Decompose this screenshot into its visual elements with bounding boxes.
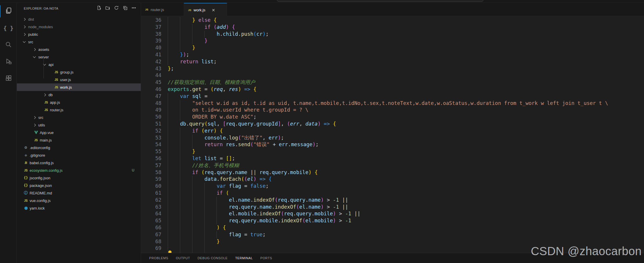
tree-item-app.js[interactable]: JSapp.js [17, 99, 141, 106]
tree-item-label: dist [28, 17, 34, 22]
code-line-36[interactable]: 36 } else { [141, 17, 644, 24]
line-number: 59 [141, 176, 161, 183]
code-line-50[interactable]: 50 ORDER BY w.date ASC"; [141, 114, 644, 121]
code-editor[interactable]: 36 } else {37 if (add) {38 h.child.push(… [141, 16, 644, 253]
tree-item-ecosystem.config.js[interactable]: JSecosystem.config.jsU [17, 167, 141, 174]
line-number: 49 [141, 107, 161, 114]
tree-item-babel.config.js[interactable]: Bbabel.config.js [17, 159, 141, 167]
code-line-52[interactable]: 52 if (err) { [141, 128, 644, 135]
code-line-62[interactable]: 62 el.name.indexOf(req.query.name) > -1 … [141, 197, 644, 204]
tree-item-label: public [28, 32, 38, 37]
gear-file-icon: ⚙ [23, 146, 28, 150]
line-number: 45 [141, 79, 161, 86]
code-line-66[interactable]: 66 ) { [141, 224, 644, 231]
code-line-53[interactable]: 53 console.log("出错了", err); [141, 135, 644, 142]
tree-item-label: main.js [40, 138, 52, 142]
code-line-44[interactable]: 44 [141, 72, 644, 79]
tree-item-group.js[interactable]: JSgroup.js [17, 68, 141, 76]
tree-item-server[interactable]: server [17, 53, 141, 61]
js-file-icon: JS [44, 101, 49, 104]
line-number: 52 [141, 128, 161, 135]
code-line-57[interactable]: 57 //姓名、手机号模糊 [141, 162, 644, 169]
code-line-54[interactable]: 54 return res.send("错误" + err.message); [141, 141, 644, 148]
sidebar-item-extensions[interactable] [0, 70, 17, 87]
code-line-55[interactable]: 55 } [141, 148, 644, 155]
code-line-59[interactable]: 59 data.forEach((el) => { [141, 176, 644, 183]
panel-tab-ports[interactable]: PORTS [260, 256, 272, 260]
sidebar-item-run-debug[interactable] [0, 53, 17, 70]
command-center-search[interactable] [277, 0, 484, 2]
code-line-56[interactable]: 56 let list = []; [141, 155, 644, 162]
code-line-61[interactable]: 61 if ( [141, 190, 644, 197]
tree-item-assets[interactable]: assets [17, 46, 141, 53]
code-line-46[interactable]: 46exports.get = (req, res) => { [141, 86, 644, 93]
line-number: 48 [141, 100, 161, 107]
code-line-67[interactable]: 67 flag = true; [141, 231, 644, 238]
code-line-41[interactable]: 41 }); [141, 51, 644, 58]
tree-item-user.js[interactable]: JSuser.js [17, 76, 141, 83]
code-line-43[interactable]: 43}; [141, 65, 644, 72]
code-line-63[interactable]: 63 req.query.name.indexOf(el.name) > -1 … [141, 204, 644, 211]
panel-tab-debug-console[interactable]: DEBUG CONSOLE [198, 256, 228, 260]
more-actions-icon[interactable] [131, 6, 136, 11]
chevron-right-icon [23, 18, 26, 21]
tab-work.js[interactable]: JSwork.js✕ [184, 3, 227, 17]
lightbulb-icon[interactable] [168, 251, 172, 253]
code-line-40[interactable]: 40 } [141, 44, 644, 51]
code-line-48[interactable]: 48 "select w.id as id, t.id as uid, t.na… [141, 100, 644, 107]
sidebar-item-snippets[interactable]: { } [0, 20, 17, 37]
tree-item-db[interactable]: db [17, 91, 141, 99]
code-text: let list = []; [168, 155, 235, 162]
new-file-icon[interactable] [97, 6, 101, 11]
tree-item-.gitignore[interactable]: ◈.gitignore [17, 151, 141, 159]
tree-item-README.md[interactable]: ⓘREADME.md [17, 189, 141, 197]
panel-tab-output[interactable]: OUTPUT [176, 256, 190, 260]
code-line-60[interactable]: 60 var flag = false; [141, 183, 644, 190]
tree-item-src[interactable]: src [17, 114, 141, 121]
panel-tab-problems[interactable]: PROBLEMS [149, 256, 168, 260]
panel-tab-terminal[interactable]: TERMINAL [235, 256, 253, 260]
chevron-right-icon [43, 93, 46, 96]
refresh-icon[interactable] [114, 6, 119, 11]
tree-item-work.js[interactable]: JSwork.js [17, 83, 141, 91]
code-line-39[interactable]: 39 } [141, 37, 644, 44]
tree-item-vue.config.js[interactable]: JSvue.config.js [17, 197, 141, 204]
tree-item-jsconfig.json[interactable]: {}jsconfig.json [17, 174, 141, 182]
tree-item-dist[interactable]: dist [17, 15, 141, 23]
tree-item-src[interactable]: src [17, 38, 141, 46]
new-folder-icon[interactable] [105, 6, 110, 11]
code-text: data.forEach((el) => { [168, 176, 272, 183]
code-line-68[interactable]: 68 } [141, 238, 644, 245]
line-number: 55 [141, 148, 161, 155]
line-number: 58 [141, 169, 161, 176]
run-debug-icon [5, 58, 12, 66]
code-line-42[interactable]: 42 return list; [141, 58, 644, 65]
code-line-64[interactable]: 64 el.mobile.indexOf(req.query.mobile) >… [141, 210, 644, 217]
tree-item-public[interactable]: public [17, 31, 141, 38]
tree-item-label: jsconfig.json [30, 176, 50, 180]
yarn-file-icon [23, 207, 28, 210]
code-line-51[interactable]: 51 db.query(sql, [req.query.groupId], (e… [141, 121, 644, 128]
code-line-45[interactable]: 45//获取指定班组、日期、模糊查询用户 [141, 79, 644, 86]
tree-item-App.vue[interactable]: App.vue [17, 129, 141, 136]
sidebar-item-search[interactable] [0, 37, 17, 53]
close-icon[interactable]: ✕ [212, 8, 215, 12]
code-line-47[interactable]: 47 var sql = [141, 93, 644, 100]
tree-item-main.js[interactable]: JSmain.js [17, 136, 141, 144]
code-line-37[interactable]: 37 if (add) { [141, 24, 644, 31]
tree-item-package.json[interactable]: {}package.json [17, 182, 141, 189]
tree-item-api[interactable]: api [17, 61, 141, 68]
code-text: ORDER BY w.date ASC"; [168, 114, 257, 121]
tab-router.js[interactable]: JSrouter.js [141, 3, 184, 16]
tree-item-yarn.lock[interactable]: yarn.lock [17, 204, 141, 212]
tree-item-utils[interactable]: utils [17, 121, 141, 129]
code-line-38[interactable]: 38 h.child.push(cr); [141, 31, 644, 38]
code-line-65[interactable]: 65 req.query.mobile.indexOf(el.mobile) >… [141, 217, 644, 224]
tree-item-node_modules[interactable]: node_modules [17, 23, 141, 31]
tree-item-router.js[interactable]: JSrouter.js [17, 106, 141, 114]
code-line-49[interactable]: 49 on t.id=w.userId where t.groupId = ? … [141, 107, 644, 114]
collapse-all-icon[interactable] [123, 6, 127, 11]
tree-item-.editorconfig[interactable]: ⚙.editorconfig [17, 144, 141, 151]
code-line-58[interactable]: 58 if (req.query.name || req.query.mobil… [141, 169, 644, 176]
sidebar-item-explorer[interactable] [0, 3, 17, 20]
